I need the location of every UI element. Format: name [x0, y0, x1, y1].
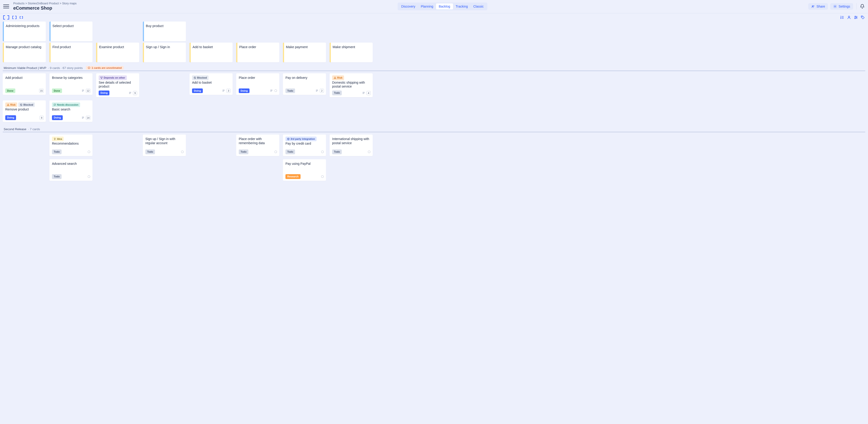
- story-card[interactable]: International shipping with postal servi…: [330, 135, 373, 156]
- epic-card[interactable]: Administering products: [3, 22, 46, 41]
- release-header[interactable]: Second Release · 7 cards: [3, 126, 865, 132]
- svg-point-23: [101, 78, 102, 79]
- tab-classic[interactable]: Classic: [471, 3, 487, 9]
- description-icon: [82, 89, 85, 92]
- story-footer: Doing 14: [52, 113, 90, 120]
- activity-card[interactable]: Make payment: [283, 43, 326, 62]
- status-badge: Todo: [285, 88, 295, 93]
- story-meta: 4: [362, 91, 371, 95]
- story-card[interactable]: Place order Doing: [236, 73, 279, 95]
- unestimated-icon: [274, 150, 277, 153]
- story-meta: 12: [82, 89, 90, 93]
- story-footer: Doing 3: [192, 87, 230, 93]
- story-tag: Risk: [5, 103, 17, 107]
- story-card[interactable]: IdeaRecommendations Todo: [50, 135, 92, 156]
- story-meta: 9: [129, 91, 137, 95]
- share-button[interactable]: Share: [808, 3, 828, 10]
- story-meta: 2: [315, 89, 324, 93]
- story-meta: [321, 150, 324, 153]
- story-footer: Doing 8: [5, 113, 44, 120]
- tab-discovery[interactable]: Discovery: [399, 3, 418, 9]
- tags-button[interactable]: [861, 16, 865, 20]
- activity-card[interactable]: Sign up / Sign in: [143, 43, 186, 62]
- story-card[interactable]: Pay using PayPal Research: [283, 159, 326, 181]
- settings-button[interactable]: Settings: [830, 3, 853, 10]
- page-title: eCommerce Shop: [13, 5, 77, 11]
- bell-icon: [860, 4, 865, 9]
- story-card[interactable]: BlockedAdd to basket Doing 3: [189, 73, 232, 95]
- tab-planning[interactable]: Planning: [418, 3, 436, 9]
- tab-tracking[interactable]: Tracking: [453, 3, 471, 9]
- story-card[interactable]: Pay on delivery Todo 2: [283, 73, 326, 95]
- story-tag: Blocked: [192, 76, 209, 80]
- svg-point-22: [102, 77, 102, 77]
- story-title: Add to basket: [192, 81, 230, 85]
- svg-point-11: [856, 17, 857, 18]
- story-points: 3: [226, 89, 230, 93]
- list-view-button[interactable]: [840, 16, 844, 20]
- story-card[interactable]: Add product Done 15: [3, 73, 46, 95]
- story-card[interactable]: Place order with remembering data Todo: [236, 135, 279, 156]
- story-card[interactable]: Depends on otherSee details of selected …: [96, 73, 139, 97]
- activity-card[interactable]: Find product: [50, 43, 92, 62]
- story-card[interactable]: Needs discussionBasic search Doing 14: [50, 101, 92, 122]
- story-card[interactable]: 3rd party integrationPay by credit card …: [283, 135, 326, 156]
- activity-card[interactable]: Manage product catalog: [3, 43, 46, 62]
- story-footer: Todo: [239, 148, 277, 154]
- story-card[interactable]: Advanced search Todo: [50, 159, 92, 181]
- svg-point-57: [321, 175, 324, 178]
- story-card[interactable]: RiskBlockedRemove product Doing 8: [3, 101, 46, 122]
- story-card[interactable]: RiskDomestic shipping with postal servic…: [330, 73, 373, 97]
- filter-button[interactable]: [854, 16, 858, 20]
- story-points: 9: [133, 91, 137, 95]
- breadcrumb-link[interactable]: Products: [13, 2, 25, 5]
- notifications-button[interactable]: [860, 4, 865, 9]
- svg-point-13: [855, 18, 856, 19]
- story-title: Recommendations: [52, 142, 90, 146]
- story-meta: [88, 175, 90, 178]
- unestimated-icon: [321, 175, 324, 178]
- epic-card[interactable]: Select product: [50, 22, 92, 41]
- card-size-small-button[interactable]: [20, 16, 23, 19]
- story-meta: [274, 150, 277, 153]
- people-button[interactable]: [847, 16, 851, 20]
- app-header: Products > StoriesOnBoard Product > Stor…: [0, 0, 868, 13]
- activity-card[interactable]: Make shipment: [330, 43, 373, 62]
- release-name: Second Release: [4, 128, 26, 131]
- story-tags: 3rd party integration: [285, 137, 324, 141]
- story-meta: [88, 150, 90, 153]
- svg-point-52: [181, 151, 184, 153]
- activity-card[interactable]: Examine product: [96, 43, 139, 62]
- story-card[interactable]: Browse by categories Done 12: [50, 73, 92, 95]
- story-title: Advanced search: [52, 162, 90, 166]
- breadcrumb-link[interactable]: Story maps: [62, 2, 76, 5]
- description-icon: [222, 89, 225, 92]
- svg-point-9: [855, 16, 856, 17]
- svg-line-28: [194, 77, 196, 79]
- story-tag: Blocked: [18, 103, 35, 107]
- story-footer: Todo 4: [332, 89, 371, 95]
- story-points: 4: [367, 91, 371, 95]
- story-title: See details of selected product: [99, 81, 137, 89]
- divider: [856, 3, 857, 10]
- breadcrumb-link[interactable]: StoriesOnBoard Product: [28, 2, 59, 5]
- story-tags: Needs discussion: [52, 103, 90, 107]
- story-footer: Done 12: [52, 87, 90, 93]
- status-badge: Doing: [5, 115, 16, 120]
- user-icon: [847, 16, 851, 20]
- tab-backlog[interactable]: Backlog: [436, 3, 453, 9]
- story-footer: Todo: [145, 148, 184, 154]
- description-icon: [362, 91, 365, 94]
- activity-card[interactable]: Add to basket: [189, 43, 232, 62]
- epic-card[interactable]: Buy product: [143, 22, 186, 41]
- menu-icon[interactable]: [3, 3, 9, 9]
- story-title: Browse by categories: [52, 76, 90, 80]
- story-card[interactable]: Sign up / Sign in with regular account T…: [143, 135, 186, 156]
- card-size-large-button[interactable]: [3, 16, 9, 20]
- story-title: Pay on delivery: [285, 76, 324, 80]
- unestimated-icon: [181, 150, 184, 153]
- card-size-medium-button[interactable]: [12, 16, 17, 19]
- story-title: Pay by credit card: [285, 142, 324, 146]
- activity-card[interactable]: Place order: [236, 43, 279, 62]
- release-header[interactable]: Minimum Viable Product | MVP · 9 cards ·…: [3, 65, 865, 71]
